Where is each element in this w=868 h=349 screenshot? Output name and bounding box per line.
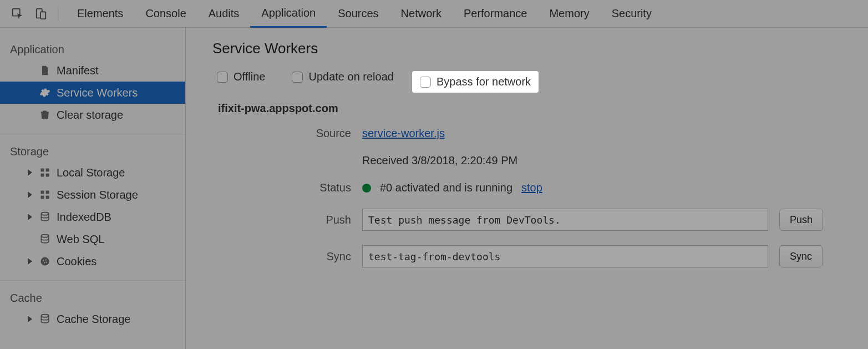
sidebar-item-cookies[interactable]: Cookies <box>0 250 185 272</box>
tab-security[interactable]: Security <box>601 0 663 28</box>
status-running-dot-icon <box>362 184 371 193</box>
sidebar-item-local-storage[interactable]: Local Storage <box>0 161 185 184</box>
sidebar-section-storage: Storage <box>0 140 185 161</box>
svg-point-12 <box>41 235 48 237</box>
sync-input[interactable] <box>362 245 768 267</box>
update-on-reload-label: Update on reload <box>308 70 393 83</box>
sidebar-item-service-workers[interactable]: Service Workers <box>0 82 185 104</box>
grid-icon <box>39 166 51 179</box>
svg-rect-6 <box>46 174 49 177</box>
status-label: Status <box>218 181 351 194</box>
offline-label: Offline <box>234 70 265 83</box>
status-value: #0 activated and is running stop <box>362 181 768 194</box>
db-icon <box>39 313 51 325</box>
tab-memory[interactable]: Memory <box>538 0 600 28</box>
svg-rect-4 <box>46 169 49 172</box>
sidebar-item-label: IndexedDB <box>57 211 111 224</box>
sidebar-item-label: Cookies <box>57 255 97 268</box>
update-on-reload-checkbox[interactable]: Update on reload <box>287 68 398 85</box>
file-icon <box>39 64 51 77</box>
svg-rect-5 <box>41 174 44 177</box>
push-input[interactable] <box>362 209 768 231</box>
tab-elements[interactable]: Elements <box>66 0 134 28</box>
push-button[interactable]: Push <box>779 209 823 231</box>
bypass-for-network-label: Bypass for network <box>436 75 531 88</box>
svg-point-16 <box>44 262 45 263</box>
tab-sources[interactable]: Sources <box>327 0 389 28</box>
sidebar-item-label: Cache Storage <box>57 313 130 326</box>
tab-performance[interactable]: Performance <box>453 0 539 28</box>
svg-point-15 <box>45 259 47 260</box>
sidebar-item-label: Local Storage <box>57 166 125 179</box>
tabbar-divider <box>58 7 58 21</box>
svg-point-11 <box>41 213 48 215</box>
sidebar-section-cache: Cache <box>0 286 185 308</box>
sidebar-item-label: Service Workers <box>57 87 138 99</box>
source-link[interactable]: service-worker.js <box>362 127 445 140</box>
sidebar-item-label: Manifest <box>57 64 99 77</box>
svg-point-13 <box>41 257 49 266</box>
sidebar-item-manifest[interactable]: Manifest <box>0 59 185 82</box>
grid-icon <box>39 189 51 201</box>
expand-triangle-icon <box>28 214 32 220</box>
devtools-tab-bar: ElementsConsoleAuditsApplicationSourcesN… <box>0 0 868 28</box>
source-label: Source <box>218 127 351 140</box>
sw-origin: ifixit-pwa.appspot.com <box>218 102 846 115</box>
sidebar-item-session-storage[interactable]: Session Storage <box>0 184 185 206</box>
sidebar-item-indexeddb[interactable]: IndexedDB <box>0 206 185 228</box>
svg-rect-2 <box>40 12 45 19</box>
sidebar-item-label: Session Storage <box>57 189 138 201</box>
gear-icon <box>39 87 51 99</box>
svg-rect-3 <box>41 169 44 172</box>
status-text: #0 activated and is running <box>380 181 512 194</box>
expand-triangle-icon <box>28 316 32 322</box>
source-value: service-worker.js <box>362 127 768 140</box>
tab-audits[interactable]: Audits <box>197 0 251 28</box>
expand-triangle-icon <box>28 258 32 265</box>
svg-rect-8 <box>46 191 49 194</box>
svg-rect-9 <box>41 196 44 199</box>
tab-network[interactable]: Network <box>390 0 453 28</box>
expand-triangle-icon <box>28 191 32 198</box>
sidebar-section-application: Application <box>0 38 185 59</box>
svg-point-17 <box>45 262 47 263</box>
sidebar-item-cache-storage[interactable]: Cache Storage <box>0 308 185 330</box>
db-icon <box>39 233 51 245</box>
inspect-element-icon[interactable] <box>10 6 26 22</box>
stop-link[interactable]: stop <box>521 181 542 194</box>
tab-application[interactable]: Application <box>250 0 327 28</box>
db-icon <box>39 211 51 223</box>
offline-checkbox[interactable]: Offline <box>212 68 270 85</box>
trash-icon <box>39 109 51 121</box>
expand-triangle-icon <box>28 169 32 176</box>
push-label: Push <box>218 214 351 226</box>
received-text: Received 3/8/2018, 2:20:49 PM <box>362 154 768 167</box>
svg-point-14 <box>43 260 44 261</box>
svg-point-18 <box>41 315 48 317</box>
tab-console[interactable]: Console <box>134 0 197 28</box>
svg-rect-7 <box>41 191 44 194</box>
sync-label: Sync <box>218 250 351 263</box>
application-sidebar: ApplicationManifestService WorkersClear … <box>0 28 186 349</box>
pane-title: Service Workers <box>212 40 846 57</box>
bypass-for-network-checkbox[interactable]: Bypass for network <box>412 71 539 93</box>
sidebar-item-clear-storage[interactable]: Clear storage <box>0 104 185 126</box>
device-toolbar-icon[interactable] <box>33 6 49 22</box>
sidebar-item-web-sql[interactable]: Web SQL <box>0 228 185 250</box>
sidebar-item-label: Web SQL <box>57 233 104 246</box>
sync-button[interactable]: Sync <box>779 245 823 267</box>
svg-rect-10 <box>46 196 49 199</box>
sidebar-item-label: Clear storage <box>57 109 123 122</box>
cookie-icon <box>39 255 51 267</box>
